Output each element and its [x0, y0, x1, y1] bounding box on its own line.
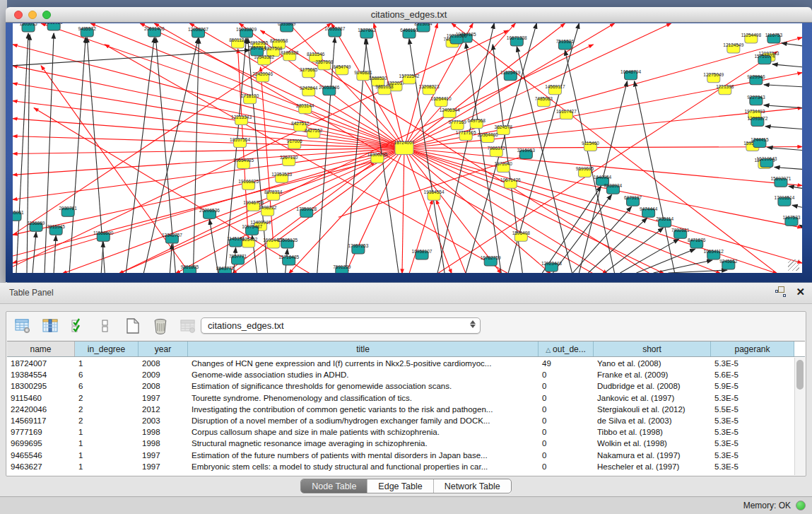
- window-titlebar[interactable]: citations_edges.txt: [6, 7, 812, 23]
- citation-edge[interactable]: [16, 33, 28, 273]
- table-settings-icon[interactable]: [13, 317, 32, 335]
- cell-pagerank[interactable]: 5.3E-5: [711, 461, 794, 472]
- cell-name[interactable]: 9463627: [7, 461, 75, 472]
- cell-out_de[interactable]: 0: [539, 415, 594, 426]
- cell-title[interactable]: Corpus callosum shape and size in male p…: [188, 426, 539, 438]
- citation-edge[interactable]: [782, 43, 802, 46]
- cell-out_de[interactable]: 0: [539, 426, 594, 438]
- cell-year[interactable]: 1997: [139, 392, 188, 404]
- cell-out_de[interactable]: 0: [539, 404, 594, 415]
- cell-in_degree[interactable]: 6: [75, 369, 139, 380]
- citation-network-graph[interactable]: 1872400718300295193845548601124891295582…: [13, 23, 802, 273]
- column-header-year[interactable]: year: [139, 341, 188, 356]
- cell-title[interactable]: Embryonic stem cells: a model to study s…: [188, 461, 539, 472]
- citation-edge-selected[interactable]: [13, 83, 404, 148]
- table-row[interactable]: 977716911998Corpus callosum shape and si…: [7, 426, 794, 438]
- table-chooser-dropdown[interactable]: citations_edges.txt: [201, 317, 481, 334]
- column-header-title[interactable]: title: [188, 341, 539, 356]
- cell-pagerank[interactable]: 5.3E-5: [711, 392, 794, 404]
- cell-name[interactable]: 22420046: [7, 404, 75, 415]
- cell-name[interactable]: 9115460: [7, 392, 75, 404]
- new-file-icon[interactable]: [124, 317, 142, 335]
- table-row[interactable]: 2242004622012Investigating the contribut…: [7, 404, 794, 415]
- window-minimize-button[interactable]: [28, 11, 37, 19]
- cell-out_de[interactable]: 49: [539, 358, 594, 369]
- cell-out_de[interactable]: 0: [539, 461, 594, 472]
- cell-title[interactable]: Estimation of the future numbers of pati…: [188, 450, 539, 461]
- cell-short[interactable]: Nakamura et al. (1997): [594, 450, 711, 461]
- tab-edge-table[interactable]: Edge Table: [367, 479, 433, 493]
- cell-title[interactable]: Changes of HCN gene expression and I(f) …: [188, 358, 539, 369]
- scrollbar-thumb[interactable]: [796, 360, 804, 390]
- column-header-name[interactable]: name: [7, 341, 75, 356]
- citation-edge-selected[interactable]: [13, 136, 404, 148]
- cell-year[interactable]: 2008: [139, 358, 188, 369]
- citation-edge[interactable]: [54, 235, 56, 273]
- citation-edge[interactable]: [317, 37, 335, 273]
- citation-edge[interactable]: [767, 148, 802, 151]
- cell-out_de[interactable]: 0: [539, 450, 594, 461]
- cell-title[interactable]: Genome-wide association studies in ADHD.: [188, 369, 539, 380]
- cell-pagerank[interactable]: 5.3E-5: [711, 415, 794, 426]
- cell-name[interactable]: 18300295: [7, 380, 75, 392]
- cell-name[interactable]: 9777169: [7, 426, 75, 438]
- cell-title[interactable]: Investigating the contribution of common…: [188, 404, 539, 415]
- cell-pagerank[interactable]: 5.3E-5: [711, 450, 794, 461]
- cell-title[interactable]: Estimation of significance thresholds fo…: [188, 380, 539, 392]
- cell-name[interactable]: 18724007: [7, 358, 75, 369]
- merge-cells-icon[interactable]: [96, 317, 114, 335]
- vertical-scrollbar[interactable]: [794, 358, 805, 475]
- cell-in_degree[interactable]: 1: [75, 450, 139, 461]
- table-row[interactable]: 969969511998Structural magnetic resonanc…: [7, 438, 794, 449]
- cell-name[interactable]: 14569117: [7, 415, 75, 426]
- citation-edge-selected[interactable]: [404, 23, 671, 148]
- cell-pagerank[interactable]: 5.5E-5: [711, 404, 794, 415]
- citation-edge[interactable]: [764, 85, 802, 87]
- citation-edge[interactable]: [772, 64, 802, 67]
- citation-edge-selected[interactable]: [13, 119, 404, 148]
- cell-in_degree[interactable]: 1: [75, 438, 139, 449]
- cell-short[interactable]: Franke et al. (2009): [594, 369, 711, 380]
- citation-edge[interactable]: [637, 249, 695, 273]
- cell-name[interactable]: 19384554: [7, 369, 75, 380]
- cell-short[interactable]: Wolkin et al. (1998): [594, 438, 711, 449]
- network-view-window[interactable]: citations_edges.txt 1: [6, 7, 812, 283]
- table-row[interactable]: 1456911722003Disruption of a novel membe…: [7, 415, 794, 426]
- row-check-icon[interactable]: [69, 317, 87, 335]
- column-header-out_de[interactable]: △out_de...: [539, 341, 594, 356]
- citation-edge-selected[interactable]: [409, 199, 433, 273]
- cell-out_de[interactable]: 0: [539, 369, 594, 380]
- citation-edge[interactable]: [193, 38, 199, 273]
- cell-out_de[interactable]: 0: [539, 438, 594, 449]
- close-icon[interactable]: ✕: [796, 286, 805, 297]
- tab-node-table[interactable]: Node Table: [301, 479, 367, 493]
- column-header-short[interactable]: short: [594, 341, 711, 356]
- cell-short[interactable]: Stergiakouli et al. (2012): [594, 404, 711, 415]
- cell-short[interactable]: de Silva et al. (2003): [594, 415, 711, 426]
- cell-year[interactable]: 2009: [139, 369, 188, 380]
- cell-in_degree[interactable]: 2: [75, 415, 139, 426]
- citation-edge[interactable]: [775, 167, 802, 169]
- cell-name[interactable]: 9465546: [7, 450, 75, 461]
- table-row[interactable]: 911546021997Tourette syndrome. Phenomeno…: [7, 392, 794, 404]
- cell-year[interactable]: 1997: [139, 450, 188, 461]
- citation-edge-selected[interactable]: [404, 147, 802, 148]
- citation-edge[interactable]: [33, 232, 36, 273]
- citation-edge-selected[interactable]: [436, 199, 466, 273]
- table-row[interactable]: 1872400712008Changes of HCN gene express…: [7, 358, 794, 369]
- citation-edge[interactable]: [799, 225, 802, 226]
- column-header-in_degree[interactable]: in_degree: [75, 341, 139, 356]
- window-close-button[interactable]: [14, 11, 23, 19]
- cell-year[interactable]: 1998: [139, 426, 188, 438]
- cell-pagerank[interactable]: 5.3E-5: [711, 426, 794, 438]
- citation-edge-selected[interactable]: [402, 148, 404, 274]
- cell-pagerank[interactable]: 5.6E-5: [711, 369, 794, 380]
- citation-edge-selected[interactable]: [13, 66, 404, 148]
- resize-grip-icon[interactable]: [788, 259, 799, 271]
- cell-short[interactable]: Yano et al. (2008): [594, 358, 711, 369]
- cell-in_degree[interactable]: 1: [75, 461, 139, 472]
- cell-in_degree[interactable]: 2: [75, 404, 139, 415]
- column-select-icon[interactable]: [41, 317, 59, 335]
- cell-year[interactable]: 2012: [139, 404, 188, 415]
- delete-icon[interactable]: [151, 317, 170, 335]
